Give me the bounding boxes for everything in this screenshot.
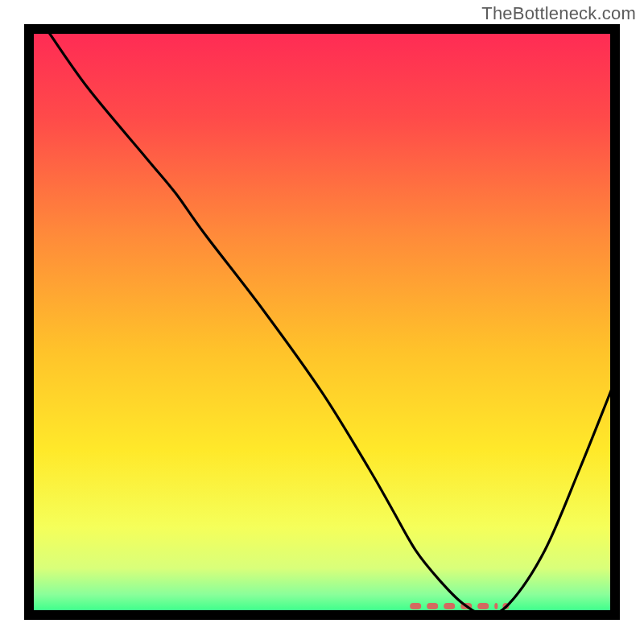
svg-rect-3 (444, 603, 455, 609)
bottleneck-chart (0, 0, 644, 644)
svg-rect-6 (494, 603, 497, 609)
svg-rect-5 (477, 603, 489, 609)
chart-frame: TheBottleneck.com (0, 0, 644, 644)
watermark-label: TheBottleneck.com (481, 3, 636, 24)
svg-rect-1 (410, 603, 421, 609)
svg-rect-2 (427, 603, 438, 609)
plot-background (29, 29, 615, 615)
